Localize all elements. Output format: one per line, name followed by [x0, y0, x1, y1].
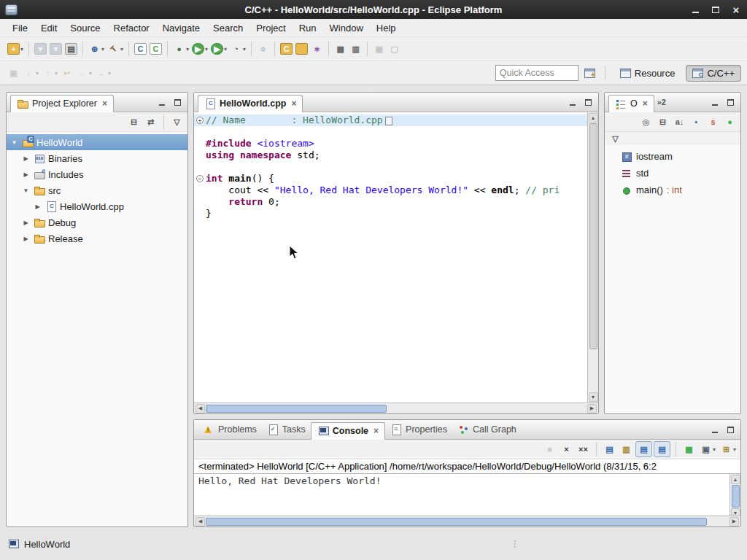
- console-output[interactable]: Hello, Red Hat Developers World!: [194, 474, 729, 516]
- code-line[interactable]: return 0;: [194, 196, 587, 208]
- scrollbar-thumb[interactable]: [589, 123, 597, 349]
- maximize-view-button[interactable]: [173, 98, 182, 106]
- collapse-all-button[interactable]: ⊟: [655, 114, 670, 129]
- scrollbar-thumb[interactable]: [206, 405, 387, 413]
- view-menu-button[interactable]: ▽: [169, 114, 185, 129]
- perspective-cpp-button[interactable]: C/C++: [686, 65, 741, 82]
- tree-item-binaries[interactable]: ▶Binaries: [7, 150, 187, 166]
- menu-source[interactable]: Source: [63, 20, 107, 36]
- profile-button[interactable]: ◔▾: [228, 42, 247, 56]
- console-horizontal-scrollbar[interactable]: ◀ ▶: [194, 516, 740, 526]
- debug-button[interactable]: ●▾: [171, 42, 190, 56]
- minimize-button[interactable]: [689, 4, 701, 15]
- scroll-up-icon[interactable]: ▲: [589, 113, 598, 122]
- outline-item-iostream[interactable]: iostream: [605, 148, 740, 165]
- more-views-indicator[interactable]: »2: [657, 98, 666, 106]
- fold-collapse-icon[interactable]: −: [196, 175, 204, 182]
- pin-button[interactable]: ▣: [6, 66, 21, 80]
- show-console-on-output-button[interactable]: ▤: [654, 441, 670, 457]
- code-line[interactable]: #include <iostream>: [194, 138, 587, 149]
- scroll-left-icon[interactable]: ◀: [196, 404, 205, 413]
- terminate-button[interactable]: ■: [542, 442, 557, 456]
- expander-icon[interactable]: ▶: [21, 236, 31, 242]
- maximize-view-button[interactable]: [726, 425, 735, 433]
- code-line[interactable]: [194, 161, 587, 173]
- project-explorer-tab[interactable]: Project Explorer ×: [10, 95, 114, 112]
- expander-icon[interactable]: ▶: [33, 203, 42, 210]
- menu-help[interactable]: Help: [370, 20, 403, 36]
- show-table-button[interactable]: ▥: [348, 42, 363, 56]
- tab-tasks[interactable]: Tasks: [262, 421, 311, 439]
- next-annotation-button[interactable]: ↓▾: [21, 66, 40, 80]
- perspective-resource-button[interactable]: Resource: [614, 65, 682, 82]
- collapsed-region-indicator[interactable]: [385, 117, 392, 125]
- new-class-button[interactable]: C: [148, 42, 163, 56]
- hide-fields-button[interactable]: ▪: [689, 114, 704, 129]
- save-all-button[interactable]: ▼: [48, 42, 63, 56]
- close-editor-icon[interactable]: ×: [291, 98, 296, 109]
- back-button[interactable]: ←▾: [74, 66, 93, 80]
- tree-item-includes[interactable]: ▶Includes: [7, 166, 187, 182]
- outline-item-main[interactable]: main() : int: [605, 182, 740, 198]
- fold-expand-icon[interactable]: +: [196, 117, 204, 124]
- open-perspective-button[interactable]: [583, 67, 597, 79]
- word-wrap-button[interactable]: ▤: [635, 441, 652, 457]
- minimize-view-button[interactable]: [158, 98, 166, 106]
- previous-annotation-button[interactable]: ↑▾: [40, 66, 59, 80]
- minimize-view-button[interactable]: [711, 98, 719, 106]
- code-line[interactable]: −int main() {: [194, 173, 587, 184]
- tab-console[interactable]: Console×: [311, 422, 385, 440]
- run-external-tools-button[interactable]: ▶▾: [209, 42, 228, 56]
- menu-edit[interactable]: Edit: [34, 20, 63, 36]
- sort-button[interactable]: a↓: [672, 114, 687, 129]
- open-c-project-button[interactable]: C: [279, 42, 294, 56]
- search-button[interactable]: ○: [255, 42, 271, 56]
- menu-search[interactable]: Search: [206, 20, 249, 36]
- scroll-right-icon[interactable]: ▶: [587, 404, 597, 413]
- scroll-up-icon[interactable]: ▲: [731, 475, 740, 484]
- collapse-all-button[interactable]: ⊟: [126, 114, 142, 129]
- expander-icon[interactable]: ▼: [9, 139, 19, 146]
- maximize-view-button[interactable]: [584, 98, 592, 106]
- maximize-button[interactable]: [710, 4, 721, 15]
- view-menu-button[interactable]: ▽: [608, 131, 623, 146]
- new-console-view-button[interactable]: ▦: [681, 442, 697, 456]
- open-resource-button[interactable]: [294, 42, 309, 56]
- remove-all-launches-button[interactable]: ××: [576, 442, 591, 456]
- menu-file[interactable]: File: [6, 20, 34, 36]
- minimize-view-button[interactable]: [711, 425, 719, 433]
- tree-item-src[interactable]: ▼src: [7, 182, 187, 198]
- hide-non-public-button[interactable]: ●: [722, 114, 738, 129]
- tab-problems[interactable]: Problems: [198, 421, 262, 439]
- link-with-editor-button[interactable]: ⇄: [143, 114, 158, 129]
- expander-icon[interactable]: ▼: [21, 187, 31, 194]
- outline-item-std[interactable]: std: [605, 165, 740, 182]
- new-source-file-button[interactable]: C: [133, 42, 148, 56]
- status-grip-icon[interactable]: ⋮: [511, 539, 519, 549]
- scrollbar-thumb[interactable]: [732, 485, 740, 508]
- expander-icon[interactable]: ▶: [21, 219, 31, 226]
- code-line[interactable]: }: [194, 208, 587, 219]
- scroll-down-icon[interactable]: ▼: [589, 392, 598, 402]
- forward-button[interactable]: →▾: [93, 66, 112, 80]
- expander-icon[interactable]: ▶: [21, 171, 31, 178]
- tab-call-graph[interactable]: Call Graph: [452, 421, 522, 439]
- editor-horizontal-scrollbar[interactable]: ◀ ▶: [194, 402, 598, 413]
- copy-console-button[interactable]: ▤: [602, 442, 617, 456]
- open-console-button[interactable]: ⊞▾: [719, 442, 738, 456]
- scrollbar-thumb[interactable]: [206, 518, 707, 526]
- export-console-button[interactable]: ▥: [619, 442, 634, 456]
- print-button[interactable]: ▤: [63, 42, 79, 56]
- build-all-button[interactable]: ⊕▾: [87, 42, 106, 56]
- menu-run[interactable]: Run: [293, 20, 323, 36]
- code-editor[interactable]: +// Name : HelloWorld.cpp#include <iostr…: [194, 112, 587, 402]
- menu-window[interactable]: Window: [323, 20, 370, 36]
- code-line[interactable]: cout << "Hello, Red Hat Developers World…: [194, 184, 587, 196]
- focus-button[interactable]: ◎: [638, 114, 654, 129]
- editor-tab-helloworld-cpp[interactable]: HelloWorld.cpp ×: [198, 95, 303, 112]
- tree-item-helloworld-cpp[interactable]: ▶HelloWorld.cpp: [7, 198, 187, 214]
- build-button[interactable]: T▾: [106, 42, 125, 56]
- scroll-left-icon[interactable]: ◀: [196, 517, 205, 526]
- show-grid-button[interactable]: ▦: [333, 42, 348, 56]
- outline-tab[interactable]: O ×: [608, 95, 654, 112]
